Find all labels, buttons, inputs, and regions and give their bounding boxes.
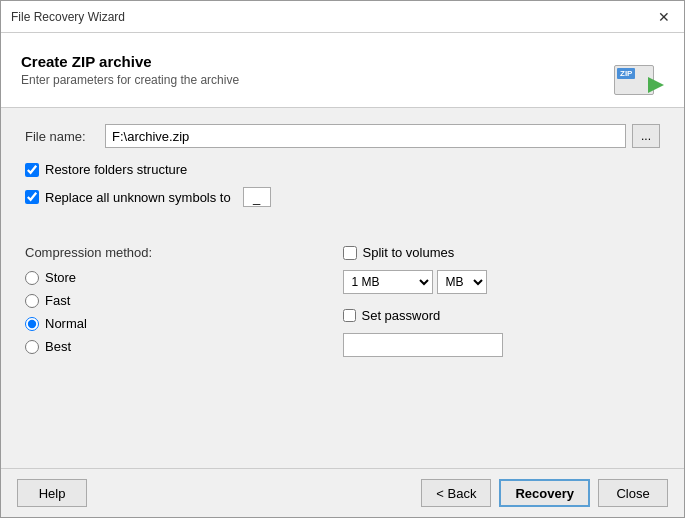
password-input-row bbox=[343, 333, 661, 357]
file-name-label: File name: bbox=[25, 129, 105, 144]
volume-select[interactable]: 1 MB 2 MB 4 MB 10 MB 100 MB bbox=[343, 270, 433, 294]
radio-fast-label: Fast bbox=[45, 293, 70, 308]
compression-right: Split to volumes 1 MB 2 MB 4 MB 10 MB 10… bbox=[343, 245, 661, 362]
split-volumes-row: Split to volumes bbox=[343, 245, 661, 260]
password-input[interactable] bbox=[343, 333, 503, 357]
replace-unknown-row: Replace all unknown symbols to _ bbox=[25, 187, 660, 207]
split-volumes-label: Split to volumes bbox=[363, 245, 455, 260]
title-bar: File Recovery Wizard ✕ bbox=[1, 1, 684, 33]
file-name-row: File name: ... bbox=[25, 124, 660, 148]
restore-folders-row: Restore folders structure bbox=[25, 162, 660, 177]
header-text: Create ZIP archive Enter parameters for … bbox=[21, 53, 239, 87]
restore-folders-checkbox[interactable] bbox=[25, 163, 39, 177]
split-volumes-checkbox[interactable] bbox=[343, 246, 357, 260]
compression-left: Compression method: Store Fast Normal Be… bbox=[25, 245, 343, 362]
unit-select[interactable]: MB GB KB bbox=[437, 270, 487, 294]
radio-normal[interactable] bbox=[25, 317, 39, 331]
recovery-button[interactable]: Recovery bbox=[499, 479, 590, 507]
set-password-checkbox[interactable] bbox=[343, 309, 356, 322]
footer-right: < Back Recovery Close bbox=[421, 479, 668, 507]
replace-unknown-label: Replace all unknown symbols to bbox=[45, 190, 231, 205]
zip-icon: ZIP bbox=[614, 45, 664, 95]
radio-best-row: Best bbox=[25, 339, 343, 354]
restore-folders-label: Restore folders structure bbox=[45, 162, 187, 177]
browse-button[interactable]: ... bbox=[632, 124, 660, 148]
set-password-label: Set password bbox=[362, 308, 441, 323]
header-section: Create ZIP archive Enter parameters for … bbox=[1, 33, 684, 108]
header-subtitle: Enter parameters for creating the archiv… bbox=[21, 73, 239, 87]
radio-fast-row: Fast bbox=[25, 293, 343, 308]
footer-left: Help bbox=[17, 479, 87, 507]
compression-section: Compression method: Store Fast Normal Be… bbox=[25, 245, 660, 362]
radio-normal-row: Normal bbox=[25, 316, 343, 331]
radio-best[interactable] bbox=[25, 340, 39, 354]
back-button[interactable]: < Back bbox=[421, 479, 491, 507]
radio-normal-label: Normal bbox=[45, 316, 87, 331]
window-title: File Recovery Wizard bbox=[11, 10, 125, 24]
file-name-input[interactable] bbox=[105, 124, 626, 148]
radio-store-row: Store bbox=[25, 270, 343, 285]
replace-symbol-box: _ bbox=[243, 187, 271, 207]
close-button[interactable]: Close bbox=[598, 479, 668, 507]
compression-label: Compression method: bbox=[25, 245, 343, 260]
radio-best-label: Best bbox=[45, 339, 71, 354]
header-title: Create ZIP archive bbox=[21, 53, 239, 70]
replace-symbol-value: _ bbox=[253, 190, 260, 205]
footer: Help < Back Recovery Close bbox=[1, 468, 684, 517]
replace-unknown-checkbox[interactable] bbox=[25, 190, 39, 204]
radio-store[interactable] bbox=[25, 271, 39, 285]
radio-store-label: Store bbox=[45, 270, 76, 285]
main-window: File Recovery Wizard ✕ Create ZIP archiv… bbox=[0, 0, 685, 518]
file-input-group: ... bbox=[105, 124, 660, 148]
set-password-row: Set password bbox=[343, 308, 661, 323]
radio-fast[interactable] bbox=[25, 294, 39, 308]
arrow-icon bbox=[648, 77, 664, 93]
close-icon[interactable]: ✕ bbox=[654, 7, 674, 27]
help-button[interactable]: Help bbox=[17, 479, 87, 507]
content-area: File name: ... Restore folders structure… bbox=[1, 108, 684, 468]
volume-row: 1 MB 2 MB 4 MB 10 MB 100 MB MB GB KB bbox=[343, 270, 661, 294]
